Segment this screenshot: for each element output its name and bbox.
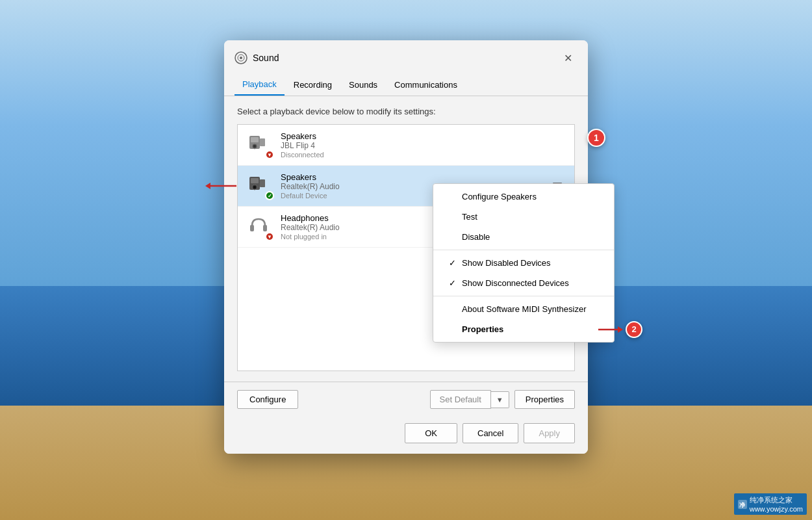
svg-marker-21 [618, 326, 623, 333]
devices-list: ▼ Speakers JBL Flip 4 Disconnected 1 [237, 124, 575, 371]
set-default-arrow-button[interactable]: ▼ [491, 391, 509, 408]
svg-rect-4 [251, 137, 259, 142]
device-status-jbl: Disconnected [281, 151, 565, 159]
ctx-check-show-disabled: ✓ [449, 258, 462, 268]
svg-point-6 [253, 145, 256, 148]
ctx-configure-speakers[interactable]: Configure Speakers [433, 187, 614, 207]
svg-rect-7 [260, 138, 265, 146]
svg-point-2 [240, 57, 242, 59]
annotation-1: 1 [587, 129, 605, 147]
configure-button[interactable]: Configure [237, 390, 298, 409]
tab-playback[interactable]: Playback [235, 74, 285, 96]
watermark: 净 纯净系统之家 www.yowjzy.com [734, 493, 807, 515]
annotation-2: 2 [626, 321, 642, 338]
ctx-properties[interactable]: Properties 2 [433, 319, 614, 339]
ctx-separator-2 [433, 296, 614, 296]
svg-marker-17 [205, 183, 210, 189]
svg-rect-18 [250, 225, 254, 231]
apply-button[interactable]: Apply [524, 423, 575, 443]
device-info-jbl: Speakers JBL Flip 4 Disconnected [281, 131, 565, 159]
sound-icon [235, 51, 247, 64]
watermark-icon: 净 [738, 500, 747, 509]
svg-rect-9 [251, 178, 259, 183]
device-icon-wrap-jbl: ▼ [247, 132, 273, 158]
ctx-label-show-disabled: Show Disabled Devices [462, 258, 551, 268]
ctx-show-disconnected[interactable]: ✓ Show Disconnected Devices [433, 273, 614, 293]
device-icon-wrap-headphones: ▼ [247, 214, 273, 240]
ctx-label-properties: Properties [462, 324, 503, 334]
instruction-text: Select a playback device below to modify… [237, 107, 575, 116]
device-name-jbl: Speakers [281, 131, 565, 141]
ctx-about-midi[interactable]: About Software MIDI Synthesizer [433, 299, 614, 319]
tab-recording[interactable]: Recording [286, 74, 340, 96]
set-default-wrap: Set Default ▼ [430, 390, 509, 409]
ctx-label-show-disconnected: Show Disconnected Devices [462, 278, 569, 288]
context-menu: Configure Speakers Test Disable [433, 183, 615, 343]
sound-dialog: Sound ✕ Playback Recording Sounds Commun… [224, 40, 588, 454]
ctx-label-test: Test [462, 212, 477, 222]
svg-point-11 [253, 186, 256, 188]
tab-sounds[interactable]: Sounds [341, 74, 385, 96]
ctx-test[interactable]: Test [433, 207, 614, 227]
device-name-realtek: Speakers [281, 172, 550, 182]
properties-button[interactable]: Properties [514, 390, 575, 409]
close-button[interactable]: ✕ [558, 48, 577, 68]
device-item-speakers-jbl[interactable]: ▼ Speakers JBL Flip 4 Disconnected 1 [238, 125, 574, 166]
device-sub1-jbl: JBL Flip 4 [281, 141, 565, 150]
cancel-button[interactable]: Cancel [463, 423, 518, 443]
watermark-text: 纯净系统之家 www.yowjzy.com [750, 495, 803, 513]
ctx-disable[interactable]: Disable [433, 227, 614, 247]
ctx-label-disable: Disable [462, 232, 490, 242]
annotation-2-wrap: 2 [597, 321, 642, 338]
title-bar: Sound ✕ [224, 40, 588, 74]
ctx-check-show-disconnected: ✓ [449, 278, 462, 288]
dialog-title: Sound [253, 53, 558, 63]
tab-communications[interactable]: Communications [387, 74, 465, 96]
arrow-annotation-2 [205, 179, 238, 192]
bottom-buttons: Configure Set Default ▼ Properties [224, 382, 588, 417]
ctx-show-disabled[interactable]: ✓ Show Disabled Devices [433, 253, 614, 273]
set-default-button[interactable]: Set Default [430, 390, 491, 409]
status-badge-realtek: ✓ [265, 191, 274, 200]
status-badge-headphones: ▼ [265, 232, 274, 241]
svg-text:净: 净 [739, 502, 746, 508]
svg-rect-12 [260, 179, 265, 187]
ok-button[interactable]: OK [405, 423, 457, 443]
device-icon-wrap-realtek: ✓ [247, 173, 273, 199]
status-badge-jbl: ▼ [265, 150, 274, 159]
arrow-annotation-props [597, 324, 623, 335]
dialog-overlay: Sound ✕ Playback Recording Sounds Commun… [0, 0, 812, 520]
tabs-bar: Playback Recording Sounds Communications [224, 74, 588, 96]
ctx-label-configure: Configure Speakers [462, 192, 537, 202]
ok-cancel-bar: OK Cancel Apply [224, 417, 588, 454]
dialog-content: Select a playback device below to modify… [224, 96, 588, 382]
svg-rect-19 [263, 225, 267, 231]
ctx-label-midi: About Software MIDI Synthesizer [462, 304, 586, 314]
ctx-separator-1 [433, 250, 614, 250]
